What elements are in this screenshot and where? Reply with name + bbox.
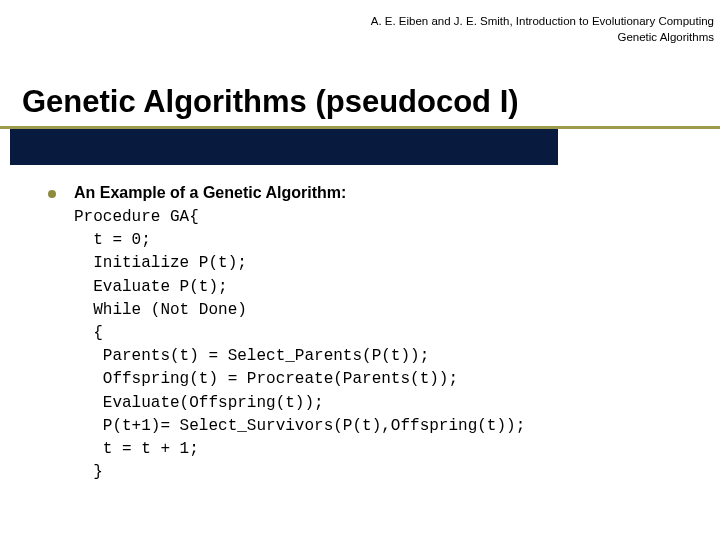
- bullet-icon: [48, 190, 56, 198]
- slide-title: Genetic Algorithms (pseudocod I): [22, 84, 720, 120]
- intro-text: An Example of a Genetic Algorithm:: [74, 184, 690, 202]
- header-line1: A. E. Eiben and J. E. Smith, Introductio…: [371, 14, 714, 30]
- header-credit: A. E. Eiben and J. E. Smith, Introductio…: [371, 14, 714, 45]
- header-line2: Genetic Algorithms: [371, 30, 714, 46]
- bullet-item: An Example of a Genetic Algorithm: Proce…: [48, 184, 690, 484]
- pseudocode-block: Procedure GA{ t = 0; Initialize P(t); Ev…: [74, 206, 690, 484]
- accent-bar: [10, 129, 558, 165]
- title-wrap: Genetic Algorithms (pseudocod I): [22, 84, 720, 120]
- bullet-body: An Example of a Genetic Algorithm: Proce…: [74, 184, 690, 484]
- content-area: An Example of a Genetic Algorithm: Proce…: [48, 184, 690, 484]
